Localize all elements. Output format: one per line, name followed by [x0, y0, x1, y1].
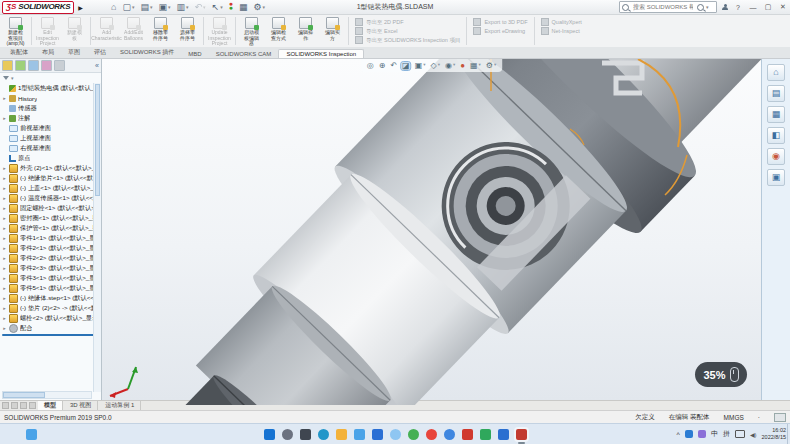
tree-vertical-scrollbar[interactable]	[93, 83, 101, 392]
export-2d-pdf-item[interactable]: 导出至 2D PDF	[355, 18, 460, 26]
pane-splitter-button[interactable]	[20, 402, 27, 409]
tree-item-shell[interactable]: ▸外壳 (2)<1> (默认<<默认>_显示状态	[0, 163, 101, 173]
net-inspect-item[interactable]: Net-Inspect	[541, 27, 582, 35]
tree-item-assembly-root[interactable]: 1型铠装热电偶 (默认<默认_显示状态-1>	[0, 83, 101, 93]
tree-item-top-cover[interactable]: ▸(-) 上盖<1> (默认<<默认>_显示状态	[0, 183, 101, 193]
pane-splitter-button[interactable]	[29, 402, 36, 409]
tree-item-history[interactable]: ▸History	[0, 93, 101, 103]
search-icon[interactable]	[282, 429, 293, 440]
update-inspection-project-button[interactable]: Update Inspection Project	[206, 15, 233, 47]
tree-item-fixing-bolt[interactable]: ▸固定螺栓<1> (默认<<默认>_显示状态	[0, 203, 101, 213]
edit-inspection-project-button[interactable]: Edit Inspection Project	[34, 15, 61, 47]
edit-appearance-icon[interactable]: ●	[459, 62, 466, 70]
rebuild-icon[interactable]: ●	[229, 4, 233, 11]
tree-item-part2-2[interactable]: ▸零件2<2> (默认<<默认>_显示状态	[0, 253, 101, 263]
restore-button[interactable]: ▢	[763, 3, 773, 11]
file-properties-icon[interactable]: ▦	[239, 3, 248, 12]
export-edrawing-item[interactable]: Export eDrawing	[473, 27, 527, 35]
w-app-icon[interactable]	[498, 429, 509, 440]
save-icon[interactable]: ▣▾	[158, 3, 170, 12]
previous-view-icon[interactable]: ↶	[389, 62, 398, 70]
custom-properties-icon[interactable]: ▣	[767, 169, 785, 186]
tree-item-gasket2[interactable]: ▸(-) 垫片 (2)<2> -> (默认<<默认>_显示状态	[0, 303, 101, 313]
file-explorer-icon[interactable]	[336, 429, 347, 440]
view-settings-icon[interactable]: ⚙▾	[485, 62, 497, 70]
s-app-icon[interactable]	[480, 429, 491, 440]
close-button[interactable]: ✕	[778, 3, 788, 11]
tree-item-origin[interactable]: 原点	[0, 153, 101, 163]
tree-item-top-plane[interactable]: 上视基准面	[0, 133, 101, 143]
help-button[interactable]: ?	[733, 4, 743, 11]
featuremanager-tree-tab-icon[interactable]	[2, 60, 13, 71]
apply-scene-icon[interactable]: ▦▾	[469, 62, 482, 70]
tree-item-part1[interactable]: ▸零件1<1> (默认<<默认>_显示状态=	[0, 233, 101, 243]
tab-evaluate[interactable]: 评估	[87, 47, 113, 58]
options-icon[interactable]: ⚙▾	[253, 3, 265, 12]
help-search-box[interactable]: ▾	[619, 1, 717, 13]
propertymanager-tab-icon[interactable]	[15, 60, 26, 71]
task-view-icon[interactable]	[300, 429, 311, 440]
edge-icon[interactable]	[318, 429, 329, 440]
tree-item-part2-3[interactable]: ▸零件2<3> (默认<<默认>_显示状态	[0, 263, 101, 273]
view-palette-icon[interactable]: ◧	[767, 127, 785, 144]
export-3d-pdf-item[interactable]: Export to 3D PDF	[473, 18, 527, 26]
pane-splitter-button[interactable]	[11, 402, 18, 409]
task-pane-toggle-icon[interactable]	[774, 413, 786, 422]
tree-item-bolt2[interactable]: ▸螺栓<2> (默认<<默认>_显示状态	[0, 313, 101, 323]
appearances-scenes-icon[interactable]: ◉	[767, 148, 785, 165]
tree-item-sensors[interactable]: 传感器	[0, 103, 101, 113]
ime-mode-indicator[interactable]: 拼	[723, 429, 730, 439]
tree-item-temperature-sensor[interactable]: ▸(-) 温度传感器<1> (默认<<默认>_显	[0, 193, 101, 203]
volume-icon[interactable]: ◀)	[750, 431, 757, 438]
open-file-icon[interactable]: ▤▾	[140, 3, 152, 12]
ime-language-indicator[interactable]: 中	[711, 429, 718, 439]
dimxpertmanager-tab-icon[interactable]	[41, 60, 52, 71]
export-inspection-project-item[interactable]: 导出至 SOLIDWORKS Inspection 项目	[355, 36, 460, 44]
new-inspection-project-button[interactable]: 新建检 查项目 (amp;N)	[2, 15, 29, 47]
graphics-viewport[interactable]: ◎ ⊕ ↶ ◪ ▣▾ ◇▾ ◉▾ ● ▦▾ ⚙▾ 35%	[102, 59, 761, 400]
export-excel-item[interactable]: 导出至 Excel	[355, 27, 460, 35]
tree-item-mates[interactable]: ▸配合	[0, 323, 101, 333]
tree-item-right-plane[interactable]: 右视基准面	[0, 143, 101, 153]
tree-item-annotations[interactable]: ▸注解	[0, 113, 101, 123]
onedrive-icon[interactable]	[390, 429, 401, 440]
remove-balloons-button[interactable]: 移除零 件序号	[147, 15, 174, 47]
zoom-area-icon[interactable]: ⊕	[378, 62, 387, 70]
displaymanager-tab-icon[interactable]	[54, 60, 65, 71]
units-selector[interactable]: MMGS	[724, 414, 744, 421]
red-app-icon[interactable]	[462, 429, 473, 440]
home-icon[interactable]: ⌂	[111, 3, 116, 12]
clock[interactable]: 16:02 2022/8/15	[762, 427, 786, 440]
edit-measure-button[interactable]: 编辑实 方	[319, 15, 346, 47]
tree-item-part2-1[interactable]: ▸零件2<1> (默认<<默认>_显示状态	[0, 243, 101, 253]
tab-solidworks-inspection[interactable]: SOLIDWORKS Inspection	[278, 49, 364, 58]
rollback-bar[interactable]	[2, 334, 98, 336]
network-icon[interactable]	[735, 430, 745, 438]
filter-funnel-icon[interactable]	[3, 76, 9, 80]
collapse-panel-icon[interactable]: «	[95, 62, 99, 69]
login-icon[interactable]	[722, 4, 728, 10]
undo-icon[interactable]: ↶▾	[195, 3, 206, 12]
design-library-icon[interactable]: ▤	[767, 85, 785, 102]
tray-shield-icon[interactable]	[698, 430, 706, 438]
scrollbar-thumb[interactable]	[95, 84, 100, 196]
search-go-icon[interactable]	[697, 4, 704, 11]
tab-sketch[interactable]: 草图	[61, 47, 87, 58]
tree-item-insulating-gasket[interactable]: ▸(-) 绝缘垫片<1> (默认<<默认>_显示状	[0, 173, 101, 183]
zoom-fit-icon[interactable]: ◎	[366, 62, 375, 70]
section-view-icon[interactable]: ◪	[401, 62, 411, 70]
view-orientation-icon[interactable]: ▣▾	[414, 62, 427, 70]
tree-item-front-plane[interactable]: 前视基准面	[0, 123, 101, 133]
add-characteristic-button[interactable]: Add Characteristic	[93, 15, 120, 47]
tab-model[interactable]: 模型	[38, 401, 63, 410]
solidworks-resources-icon[interactable]: ⌂	[767, 64, 785, 81]
add-edit-balloons-button[interactable]: Add/Edit Balloons	[120, 15, 147, 47]
configurationmanager-tab-icon[interactable]	[28, 60, 39, 71]
select-balloons-button[interactable]: 选择零 件序号	[174, 15, 201, 47]
select-icon[interactable]: ↖▾	[212, 3, 223, 12]
store-icon[interactable]	[372, 429, 383, 440]
tray-overflow-caret[interactable]: ^	[677, 431, 680, 438]
tree-item-insulator-step[interactable]: ▸(-) 绝缘体.step<1> (默认<<默认>	[0, 293, 101, 303]
tree-horizontal-scrollbar[interactable]	[2, 391, 92, 399]
minimize-button[interactable]: —	[748, 4, 758, 11]
